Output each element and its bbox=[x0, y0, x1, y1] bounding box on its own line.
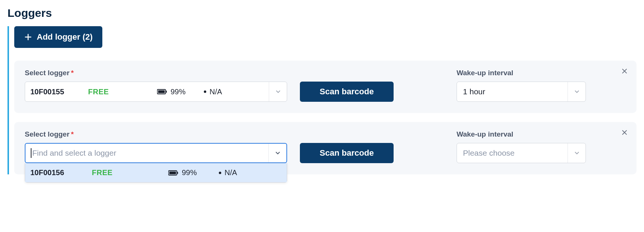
svg-rect-11 bbox=[169, 171, 176, 174]
logger-signal: N/A bbox=[204, 88, 222, 96]
wake-interval-placeholder: Please choose bbox=[463, 149, 515, 158]
close-card-button[interactable] bbox=[619, 66, 630, 76]
required-mark: * bbox=[71, 69, 73, 77]
add-logger-label: Add logger (2) bbox=[37, 32, 93, 42]
svg-rect-6 bbox=[166, 91, 167, 93]
chevron-down-icon bbox=[269, 82, 287, 101]
logger-card: Select logger* 10F00156 FREE bbox=[14, 122, 637, 174]
text-cursor bbox=[31, 148, 31, 158]
logger-status: FREE bbox=[92, 168, 163, 177]
signal-dot-icon bbox=[204, 90, 207, 93]
chevron-down-icon bbox=[268, 144, 286, 162]
logger-card: Select logger* 10F00155 FREE 99% bbox=[14, 61, 637, 113]
add-logger-button[interactable]: Add logger (2) bbox=[14, 26, 102, 48]
logger-battery: 99% bbox=[168, 168, 213, 177]
svg-point-7 bbox=[204, 91, 206, 93]
svg-rect-12 bbox=[177, 172, 178, 174]
wake-interval-value: 1 hour bbox=[463, 87, 485, 96]
battery-icon bbox=[168, 170, 178, 175]
logger-battery: 99% bbox=[157, 88, 198, 96]
scan-barcode-button[interactable]: Scan barcode bbox=[300, 82, 394, 102]
wake-interval-select[interactable]: Please choose bbox=[457, 143, 586, 163]
wake-interval-select[interactable]: 1 hour bbox=[457, 82, 586, 102]
content-rail: Add logger (2) Select logger* 10F00155 F… bbox=[7, 26, 637, 174]
svg-point-13 bbox=[219, 171, 221, 174]
wake-interval-label: Wake-up interval bbox=[457, 69, 586, 77]
logger-status: FREE bbox=[88, 88, 152, 96]
select-logger-label: Select logger* bbox=[25, 69, 287, 77]
logger-select[interactable]: 10F00155 FREE 99% N/A bbox=[25, 82, 287, 102]
chevron-down-icon bbox=[568, 82, 586, 101]
logger-dropdown: 10F00156 FREE 99% bbox=[25, 163, 287, 183]
logger-signal: N/A bbox=[219, 168, 237, 177]
select-logger-label: Select logger* bbox=[25, 130, 287, 138]
logger-dropdown-option[interactable]: 10F00156 FREE 99% bbox=[25, 163, 287, 182]
logger-search-input[interactable] bbox=[32, 144, 268, 162]
chevron-down-icon bbox=[568, 143, 586, 163]
logger-id: 10F00156 bbox=[30, 168, 87, 177]
logger-select-value: 10F00155 FREE 99% N/A bbox=[30, 88, 269, 96]
close-card-button[interactable] bbox=[619, 127, 630, 138]
logger-id: 10F00155 bbox=[30, 88, 83, 96]
page-title: Loggers bbox=[7, 7, 637, 19]
scan-barcode-button[interactable]: Scan barcode bbox=[300, 143, 394, 163]
svg-rect-5 bbox=[158, 90, 165, 93]
signal-dot-icon bbox=[219, 171, 222, 174]
battery-icon bbox=[157, 89, 167, 94]
wake-interval-label: Wake-up interval bbox=[457, 130, 586, 138]
required-mark: * bbox=[71, 130, 73, 138]
plus-icon bbox=[24, 33, 32, 41]
logger-select[interactable] bbox=[25, 143, 287, 163]
